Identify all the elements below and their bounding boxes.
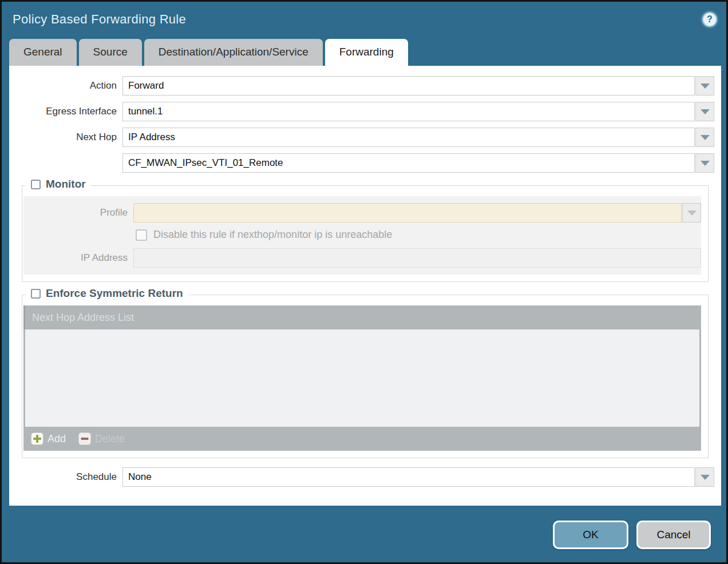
chevron-down-icon — [687, 210, 697, 216]
monitor-legend: Monitor — [26, 178, 91, 190]
next-hop-label: Next Hop — [9, 132, 122, 143]
chevron-down-icon — [701, 84, 710, 89]
disable-rule-row: Disable this rule if nexthop/monitor ip … — [136, 229, 701, 241]
forwarding-tab-panel: Action Forward Egress Interface tunnel.1… — [9, 66, 721, 506]
plus-icon — [31, 432, 43, 445]
next-hop-type-dropdown-button[interactable] — [695, 128, 714, 147]
symmetric-return-checkbox[interactable] — [31, 289, 41, 299]
egress-interface-select[interactable]: tunnel.1 — [122, 102, 695, 121]
add-button-label: Add — [48, 433, 66, 445]
monitor-ip-address-input-disabled — [133, 248, 701, 268]
action-row: Action Forward — [9, 76, 714, 96]
table-footer: Add Delete — [23, 427, 701, 451]
egress-interface-row: Egress Interface tunnel.1 — [9, 102, 714, 121]
schedule-dropdown-button[interactable] — [695, 467, 714, 487]
help-icon[interactable]: ? — [702, 12, 717, 27]
cancel-button[interactable]: Cancel — [636, 521, 711, 549]
chevron-down-icon — [701, 109, 710, 114]
table-header-label: Next Hop Address List — [32, 312, 134, 324]
monitor-legend-label: Monitor — [46, 178, 86, 190]
tab-general[interactable]: General — [9, 39, 77, 66]
add-button[interactable]: Add — [31, 432, 66, 445]
dialog-title: Policy Based Forwarding Rule — [13, 12, 186, 27]
dialog-footer: OK Cancel — [2, 506, 726, 562]
egress-interface-dropdown-button[interactable] — [695, 102, 714, 121]
symmetric-return-legend: Enforce Symmetric Return — [26, 287, 188, 300]
next-hop-address-list-table: Next Hop Address List Add Delete — [23, 305, 701, 451]
profile-row: Profile — [23, 203, 701, 223]
next-hop-address-dropdown-button[interactable] — [695, 153, 714, 173]
profile-label: Profile — [23, 207, 133, 219]
monitor-checkbox[interactable] — [31, 180, 41, 189]
chevron-down-icon — [701, 475, 710, 480]
monitor-ip-address-row: IP Address — [23, 248, 701, 268]
action-label: Action — [9, 80, 122, 92]
action-dropdown-button[interactable] — [695, 76, 714, 96]
tab-destination-application-service[interactable]: Destination/Application/Service — [144, 39, 323, 66]
chevron-down-icon — [701, 135, 710, 140]
tab-bar: General Source Destination/Application/S… — [2, 37, 726, 66]
next-hop-row: Next Hop IP Address — [9, 128, 714, 147]
minus-icon — [78, 432, 91, 445]
delete-button[interactable]: Delete — [78, 432, 125, 445]
disable-rule-label: Disable this rule if nexthop/monitor ip … — [153, 229, 392, 241]
tab-source[interactable]: Source — [79, 39, 142, 66]
monitor-panel: Profile Disable this rule if nexthop/mon… — [23, 196, 701, 275]
action-select[interactable]: Forward — [122, 76, 695, 96]
schedule-select[interactable]: None — [122, 467, 695, 487]
monitor-section: Monitor Profile Disable this rule if nex… — [22, 185, 709, 282]
delete-button-label: Delete — [95, 433, 125, 445]
table-body-empty — [25, 329, 699, 427]
next-hop-address-row: CF_MWAN_IPsec_VTI_01_Remote — [9, 153, 714, 173]
ok-button[interactable]: OK — [553, 521, 628, 549]
profile-select-disabled — [133, 203, 682, 223]
next-hop-type-select[interactable]: IP Address — [122, 128, 695, 147]
profile-dropdown-button-disabled — [682, 203, 701, 223]
symmetric-return-legend-label: Enforce Symmetric Return — [46, 287, 183, 300]
monitor-ip-address-label: IP Address — [23, 252, 133, 264]
disable-rule-checkbox-disabled — [136, 229, 147, 241]
dialog-titlebar: Policy Based Forwarding Rule ? — [2, 2, 726, 37]
next-hop-address-select[interactable]: CF_MWAN_IPsec_VTI_01_Remote — [122, 153, 695, 173]
chevron-down-icon — [701, 161, 710, 166]
symmetric-return-section: Enforce Symmetric Return Next Hop Addres… — [22, 295, 709, 458]
egress-interface-label: Egress Interface — [9, 106, 122, 117]
pbf-rule-dialog: Policy Based Forwarding Rule ? General S… — [0, 0, 728, 564]
schedule-label: Schedule — [9, 471, 122, 483]
schedule-row: Schedule None — [9, 467, 714, 487]
table-header: Next Hop Address List — [23, 305, 701, 329]
tab-forwarding[interactable]: Forwarding — [325, 39, 408, 66]
